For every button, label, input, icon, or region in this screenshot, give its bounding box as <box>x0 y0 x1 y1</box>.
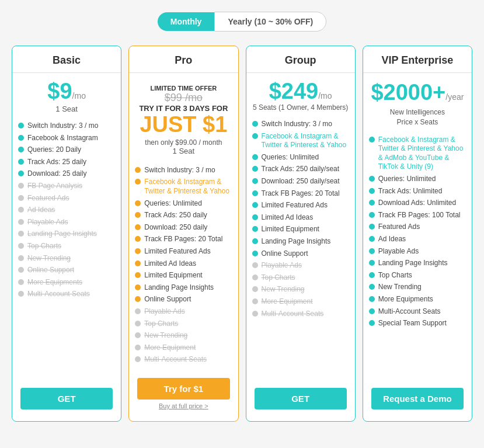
list-item: Playable Ads <box>135 307 232 317</box>
list-item: Limited Ad Ideas <box>135 259 232 269</box>
list-item: Multi-Account Seats <box>252 310 349 319</box>
list-item: New Trending <box>369 283 466 292</box>
list-item: Switch Industry: 3 / mo <box>252 120 349 129</box>
feature-text: Track FB Pages: 20 Total <box>262 189 340 199</box>
vip-btn-area: Request a Demo <box>363 382 472 412</box>
teal-dot-icon <box>18 135 24 141</box>
list-item: Special Team Support <box>369 319 466 328</box>
feature-text: Ad Ideas <box>27 206 55 215</box>
pro-strikethrough-price: $99 /mo <box>135 92 232 104</box>
list-item: Top Charts <box>369 271 466 280</box>
basic-price-area: $9/mo 1 Seat <box>12 73 121 117</box>
feature-text: Online Support <box>262 249 308 259</box>
gray-dot-icon <box>18 255 24 261</box>
teal-dot-icon <box>18 123 24 129</box>
feature-text: New Trending <box>378 283 422 292</box>
orange-dot-icon <box>135 179 141 185</box>
basic-plan-card: Basic $9/mo 1 Seat Switch Industry: 3 / … <box>12 46 121 422</box>
feature-text: Featured Ads <box>378 223 420 232</box>
teal-dot-icon <box>18 147 24 152</box>
vip-price-area: $2000+/year New IntelligencesPrice x Sea… <box>363 73 472 131</box>
feature-text: Track Ads: Unlimited <box>378 187 443 196</box>
list-item: Track FB Pages: 20 Total <box>135 235 232 244</box>
pro-seat-info: 1 Seat <box>135 147 232 155</box>
feature-text: Track Ads: 250 daily/seat <box>262 165 340 174</box>
yearly-toggle-btn[interactable]: Yearly (10 ~ 30% OFF) <box>214 12 326 32</box>
vip-demo-button[interactable]: Request a Demo <box>371 388 464 409</box>
teal-dot-icon <box>252 133 258 139</box>
feature-text: Limited Featured Ads <box>262 201 328 210</box>
teal-dot-icon <box>369 137 375 143</box>
orange-dot-icon <box>135 261 141 266</box>
list-item: Limited Featured Ads <box>252 201 349 210</box>
teal-dot-icon <box>369 320 375 326</box>
teal-dot-icon <box>369 200 375 206</box>
list-item: Limited Equipment <box>252 225 349 234</box>
teal-dot-icon <box>369 284 375 290</box>
feature-text: Featured Ads <box>27 194 69 203</box>
teal-dot-icon <box>18 159 24 165</box>
orange-dot-icon <box>135 167 141 173</box>
pro-limited-offer: LIMITED TIME OFFER <box>135 85 232 92</box>
list-item: Facebook & Instagram & Twitter & Pintere… <box>252 132 349 150</box>
list-item: Queries: 20 Daily <box>18 145 115 155</box>
pro-try-button[interactable]: Try for $1 <box>137 378 229 400</box>
feature-text: Landing Page Insights <box>378 259 448 268</box>
teal-dot-icon <box>252 214 258 220</box>
feature-text: Queries: Unlimited <box>144 199 202 209</box>
list-item: Playable Ads <box>18 218 115 227</box>
teal-dot-icon <box>369 260 375 266</box>
teal-dot-icon <box>252 238 258 244</box>
teal-dot-icon <box>369 248 375 254</box>
orange-dot-icon <box>135 284 141 290</box>
list-item: Track Ads: 250 daily/seat <box>252 165 349 174</box>
pro-buy-full-link[interactable]: Buy at full price > <box>137 402 229 409</box>
gray-dot-icon <box>18 207 24 213</box>
pro-features: Switch Industry: 3 / moFacebook & Instag… <box>129 161 238 372</box>
list-item: Track FB Pages: 20 Total <box>252 189 349 199</box>
teal-dot-icon <box>252 166 258 172</box>
feature-text: More Equipment <box>262 297 313 307</box>
monthly-toggle-btn[interactable]: Monthly <box>158 12 215 31</box>
list-item: More Equipments <box>369 295 466 304</box>
teal-dot-icon <box>252 121 258 127</box>
pro-price-area: LIMITED TIME OFFER $99 /mo TRY IT FOR 3 … <box>129 73 238 161</box>
teal-dot-icon <box>369 212 375 218</box>
group-price-unit: /mo <box>318 91 332 100</box>
list-item: Top Charts <box>18 242 115 251</box>
feature-text: Queries: Unlimited <box>378 175 436 184</box>
teal-dot-icon <box>252 251 258 256</box>
list-item: More Equipments <box>18 278 115 287</box>
basic-get-button[interactable]: GET <box>20 388 113 409</box>
feature-text: Multi-Account Seats <box>378 307 441 317</box>
feature-text: Top Charts <box>262 273 295 283</box>
gray-dot-icon <box>18 195 24 201</box>
orange-dot-icon <box>135 212 141 218</box>
gray-dot-icon <box>135 332 141 338</box>
group-price-area: $249/mo 5 Seats (1 Owner, 4 Members) <box>246 73 355 115</box>
feature-text: Track FB Pages: 100 Total <box>378 211 461 220</box>
feature-text: Facebook & Instagram & Twitter & Pintere… <box>144 178 232 196</box>
basic-plan-title: Basic <box>12 46 121 73</box>
basic-price: $9 <box>47 79 72 103</box>
feature-text: FB Page Analysis <box>27 182 82 191</box>
gray-dot-icon <box>252 311 258 317</box>
feature-text: Facebook & Instagram & Twitter & Pintere… <box>262 132 349 150</box>
list-item: Multi-Account Seats <box>135 355 232 364</box>
teal-dot-icon <box>252 154 258 160</box>
gray-dot-icon <box>18 231 24 237</box>
feature-text: Landing Page Insights <box>27 230 97 239</box>
orange-dot-icon <box>135 248 141 254</box>
teal-dot-icon <box>369 236 375 242</box>
list-item: Playable Ads <box>369 247 466 256</box>
teal-dot-icon <box>369 188 375 194</box>
teal-dot-icon <box>18 171 24 176</box>
pro-for-text: TRY IT FOR 3 DAYS FOR <box>135 104 232 113</box>
gray-dot-icon <box>18 183 24 189</box>
teal-dot-icon <box>369 272 375 278</box>
list-item: Download: 250 daily <box>135 223 232 232</box>
feature-text: Top Charts <box>378 271 412 280</box>
group-get-button[interactable]: GET <box>255 388 347 409</box>
feature-text: Track Ads: 250 daily <box>144 211 207 220</box>
list-item: Featured Ads <box>369 223 466 232</box>
